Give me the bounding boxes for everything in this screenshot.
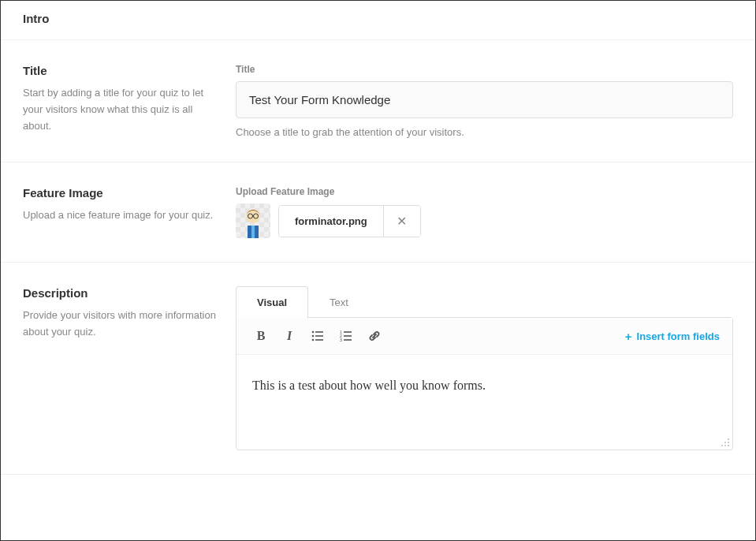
- svg-point-8: [312, 335, 315, 338]
- description-heading: Description: [23, 286, 217, 300]
- svg-text:3: 3: [340, 338, 342, 342]
- bullet-list-button[interactable]: [306, 324, 330, 348]
- section-feature-right: Upload Feature Image forminator.png ✕: [236, 186, 733, 238]
- description-desc: Provide your visitors with more informat…: [23, 308, 217, 341]
- svg-rect-9: [315, 335, 323, 337]
- feature-label: Upload Feature Image: [236, 186, 733, 197]
- panel-header: Intro: [1, 1, 755, 40]
- title-label: Title: [236, 64, 733, 75]
- image-thumbnail[interactable]: [236, 203, 270, 238]
- svg-point-22: [724, 445, 726, 446]
- italic-button[interactable]: I: [277, 324, 301, 348]
- svg-point-18: [728, 438, 729, 440]
- section-title-left: Title Start by adding a title for your q…: [23, 64, 236, 138]
- feature-heading: Feature Image: [23, 186, 217, 200]
- remove-file-button[interactable]: ✕: [384, 206, 420, 237]
- editor-tabs: Visual Text: [236, 286, 733, 318]
- svg-point-10: [312, 339, 315, 341]
- link-icon: [367, 329, 382, 343]
- bold-button[interactable]: B: [249, 324, 273, 348]
- svg-rect-17: [344, 339, 352, 341]
- bullet-list-icon: [311, 329, 325, 343]
- svg-rect-15: [344, 335, 352, 337]
- tab-text[interactable]: Text: [308, 286, 370, 318]
- svg-rect-11: [315, 339, 323, 341]
- section-description-right: Visual Text B I: [236, 286, 733, 450]
- link-button[interactable]: [363, 324, 386, 348]
- numbered-list-icon: 1 2 3: [339, 329, 353, 343]
- tab-visual[interactable]: Visual: [236, 286, 308, 318]
- resize-grip-icon: [720, 437, 731, 448]
- section-title-right: Title Choose a title to grab the attenti…: [236, 64, 733, 138]
- title-input[interactable]: [236, 81, 733, 118]
- numbered-list-button[interactable]: 1 2 3: [334, 324, 358, 348]
- svg-point-6: [312, 331, 315, 334]
- title-heading: Title: [23, 64, 217, 77]
- editor-box: B I 1: [236, 317, 733, 450]
- description-editor[interactable]: This is a test about how well you know f…: [236, 355, 732, 450]
- avatar-icon: [240, 203, 266, 238]
- feature-desc: Upload a nice feature image for your qui…: [23, 207, 217, 224]
- svg-point-23: [728, 445, 729, 446]
- upload-row: forminator.png ✕: [236, 203, 733, 238]
- panel-title: Intro: [23, 12, 733, 25]
- svg-rect-1: [251, 226, 255, 238]
- section-feature-image: Feature Image Upload a nice feature imag…: [1, 162, 755, 263]
- section-title: Title Start by adding a title for your q…: [1, 40, 755, 162]
- close-icon: ✕: [397, 214, 407, 229]
- file-name-button[interactable]: forminator.png: [279, 206, 384, 237]
- resize-handle[interactable]: [720, 437, 731, 448]
- insert-link-label: Insert form fields: [637, 330, 720, 342]
- section-feature-left: Feature Image Upload a nice feature imag…: [23, 186, 236, 238]
- svg-point-19: [724, 442, 726, 443]
- file-group: forminator.png ✕: [278, 205, 421, 237]
- svg-rect-13: [344, 331, 352, 333]
- section-description: Description Provide your visitors with m…: [1, 263, 755, 475]
- insert-form-fields-button[interactable]: + Insert form fields: [625, 330, 720, 343]
- title-help: Choose a title to grab the attention of …: [236, 126, 733, 138]
- editor-toolbar: B I 1: [236, 318, 732, 355]
- svg-rect-7: [315, 331, 323, 333]
- svg-point-21: [721, 445, 723, 446]
- svg-point-20: [728, 442, 729, 443]
- section-description-left: Description Provide your visitors with m…: [23, 286, 236, 450]
- toolbar-left: B I 1: [249, 324, 386, 348]
- plus-icon: +: [625, 330, 632, 343]
- title-desc: Start by adding a title for your quiz to…: [23, 85, 217, 134]
